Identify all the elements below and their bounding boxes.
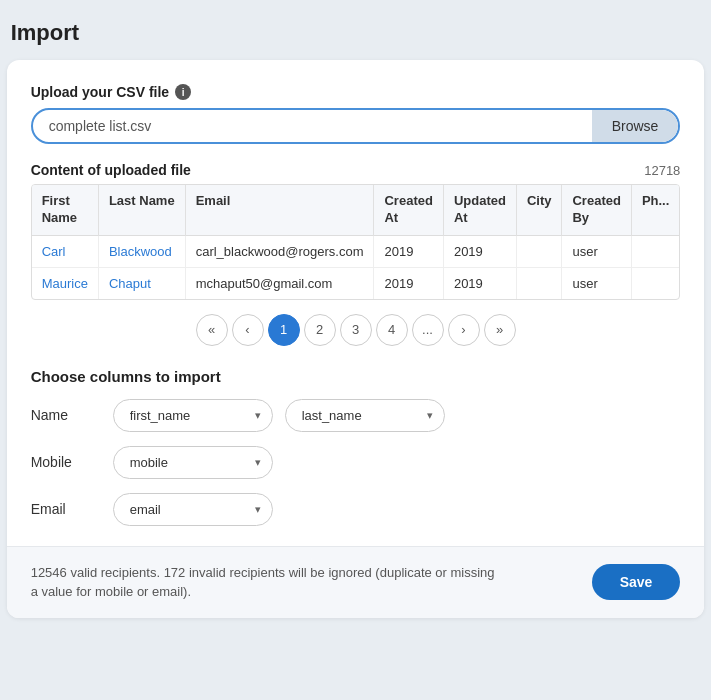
select-last-name[interactable]: last_name first_name email mobile — [285, 399, 445, 432]
content-section-label: Content of uploaded file — [31, 162, 191, 178]
cell-phone — [631, 235, 679, 267]
mapping-label-name: Name — [31, 407, 101, 423]
table-row: CarlBlackwoodcarl_blackwood@rogers.com20… — [32, 235, 680, 267]
pagination-last[interactable]: » — [484, 314, 516, 346]
file-name-field[interactable] — [33, 110, 592, 142]
data-table: FirstName Last Name Email CreatedAt Upda… — [32, 185, 680, 299]
pagination-page-4[interactable]: 4 — [376, 314, 408, 346]
cell-first_name: Carl — [32, 235, 99, 267]
col-header-created-at: CreatedAt — [374, 185, 443, 235]
mapping-row-name: Name first_name last_name email mobile ▾… — [31, 399, 681, 432]
cell-created_at: 2019 — [374, 267, 443, 299]
cell-created_by: user — [562, 235, 631, 267]
browse-button[interactable]: Browse — [592, 110, 679, 142]
mapping-label-mobile: Mobile — [31, 454, 101, 470]
pagination-ellipsis: ... — [412, 314, 444, 346]
col-header-updated-at: UpdatedAt — [443, 185, 516, 235]
pagination-first[interactable]: « — [196, 314, 228, 346]
col-header-last-name: Last Name — [98, 185, 185, 235]
mapping-row-email: Email email first_name last_name mobile … — [31, 493, 681, 526]
import-card: Upload your CSV file i Browse Content of… — [7, 60, 705, 618]
cell-email: carl_blackwood@rogers.com — [185, 235, 374, 267]
footer-message: 12546 valid recipients. 172 invalid reci… — [31, 563, 499, 602]
col-header-created-by: CreatedBy — [562, 185, 631, 235]
info-icon[interactable]: i — [175, 84, 191, 100]
file-input-row: Browse — [31, 108, 681, 144]
upload-label: Upload your CSV file i — [31, 84, 681, 100]
cell-created_by: user — [562, 267, 631, 299]
select-wrapper-mobile: mobile first_name last_name email ▾ — [113, 446, 273, 479]
card-footer: 12546 valid recipients. 172 invalid reci… — [7, 546, 705, 618]
select-wrapper-last-name: last_name first_name email mobile ▾ — [285, 399, 445, 432]
cell-city — [516, 235, 562, 267]
cell-created_at: 2019 — [374, 235, 443, 267]
cell-city — [516, 267, 562, 299]
pagination-next[interactable]: › — [448, 314, 480, 346]
cell-phone — [631, 267, 679, 299]
col-header-email: Email — [185, 185, 374, 235]
col-header-city: City — [516, 185, 562, 235]
mapping-row-mobile: Mobile mobile first_name last_name email… — [31, 446, 681, 479]
col-header-phone: Ph... — [631, 185, 679, 235]
select-wrapper-email: email first_name last_name mobile ▾ — [113, 493, 273, 526]
choose-columns-label: Choose columns to import — [31, 368, 681, 385]
data-table-wrapper: FirstName Last Name Email CreatedAt Upda… — [31, 184, 681, 300]
page-title: Import — [7, 20, 705, 46]
pagination-page-3[interactable]: 3 — [340, 314, 372, 346]
table-row: MauriceChaputmchaput50@gmail.com20192019… — [32, 267, 680, 299]
cell-updated_at: 2019 — [443, 235, 516, 267]
select-first-name[interactable]: first_name last_name email mobile — [113, 399, 273, 432]
select-wrapper-first-name: first_name last_name email mobile ▾ — [113, 399, 273, 432]
cell-last_name: Chaput — [98, 267, 185, 299]
upload-label-text: Upload your CSV file — [31, 84, 169, 100]
pagination: « ‹ 1 2 3 4 ... › » — [31, 314, 681, 346]
cell-first_name: Maurice — [32, 267, 99, 299]
pagination-page-2[interactable]: 2 — [304, 314, 336, 346]
save-button[interactable]: Save — [592, 564, 681, 600]
select-mobile[interactable]: mobile first_name last_name email — [113, 446, 273, 479]
col-header-first-name: FirstName — [32, 185, 99, 235]
select-email[interactable]: email first_name last_name mobile — [113, 493, 273, 526]
cell-updated_at: 2019 — [443, 267, 516, 299]
pagination-prev[interactable]: ‹ — [232, 314, 264, 346]
content-header: Content of uploaded file 12718 — [31, 162, 681, 178]
cell-email: mchaput50@gmail.com — [185, 267, 374, 299]
cell-last_name: Blackwood — [98, 235, 185, 267]
mapping-label-email: Email — [31, 501, 101, 517]
pagination-page-1[interactable]: 1 — [268, 314, 300, 346]
record-count: 12718 — [644, 163, 680, 178]
